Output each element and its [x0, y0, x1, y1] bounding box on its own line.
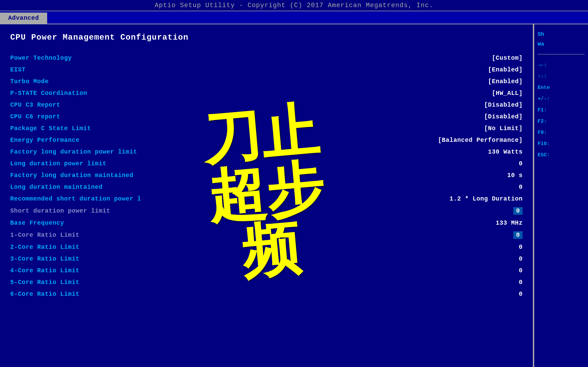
- row-3core-ratio[interactable]: 3-Core Ratio Limit 0: [10, 253, 523, 265]
- tab-advanced[interactable]: Advanced: [0, 13, 47, 24]
- label-factory-long-duration: Factory long duration power limit: [10, 149, 137, 155]
- value-power-technology: [Custom]: [492, 55, 523, 62]
- row-factory-maintained[interactable]: Factory long duration maintained 10 s: [10, 170, 523, 181]
- label-recommended-short: Recommended short duration power l: [10, 195, 141, 202]
- value-long-maintained: 0: [519, 184, 523, 191]
- key-f1: F1:: [538, 104, 585, 116]
- value-4core-ratio: 0: [519, 267, 523, 274]
- row-1core-ratio[interactable]: 1-Core Ratio Limit 0: [10, 229, 523, 241]
- label-2core-ratio: 2-Core Ratio Limit: [10, 244, 79, 251]
- row-long-maintained[interactable]: Long duration maintained 0: [10, 181, 523, 193]
- title-bar: Aptio Setup Utility - Copyright (C) 2017…: [0, 0, 588, 11]
- key-f10: F10:: [538, 138, 585, 149]
- value-turbo-mode: [Enabled]: [488, 78, 523, 85]
- label-long-maintained: Long duration maintained: [10, 184, 103, 191]
- row-long-duration-power[interactable]: Long duration power limit 0: [10, 158, 523, 170]
- value-factory-maintained: 10 s: [507, 172, 523, 179]
- row-short-duration[interactable]: Short duration power limit 0: [10, 205, 523, 217]
- key-f9: F9:: [538, 127, 585, 138]
- row-base-frequency[interactable]: Base Frequency 133 MHz: [10, 217, 523, 229]
- label-energy-perf: Energy Performance: [10, 137, 79, 144]
- key-ud: ↑↓:: [538, 71, 585, 82]
- label-pstate: P-STATE Coordination: [10, 90, 87, 97]
- row-4core-ratio[interactable]: 4-Core Ratio Limit 0: [10, 265, 523, 276]
- label-package-c-state: Package C State Limit: [10, 125, 91, 132]
- row-recommended-short[interactable]: Recommended short duration power l 1.2 *…: [10, 193, 523, 205]
- help-divider: [538, 54, 585, 54]
- label-base-frequency: Base Frequency: [10, 220, 64, 226]
- value-long-duration-power: 0: [519, 160, 523, 167]
- key-enter: Ente: [538, 82, 585, 93]
- label-4core-ratio: 4-Core Ratio Limit: [10, 267, 79, 274]
- label-turbo-mode: Turbo Mode: [10, 78, 49, 85]
- value-cpu-c3: [Disabled]: [484, 101, 523, 108]
- key-f2: F2:: [538, 116, 585, 127]
- right-panel: Sh Wa →←: ↑↓: Ente +/-: F1: F2: F9: F10:…: [534, 24, 588, 367]
- key-help: →←: ↑↓: Ente +/-: F1: F2: F9: F10: ESC:: [538, 59, 585, 160]
- title-text: Aptio Setup Utility - Copyright (C) 2017…: [155, 2, 433, 9]
- left-panel: CPU Power Management Configuration Power…: [0, 24, 534, 367]
- value-1core-ratio: 0: [513, 231, 523, 239]
- key-plusminus: +/-:: [538, 93, 585, 104]
- label-short-duration: Short duration power limit: [10, 208, 110, 215]
- label-long-duration-power: Long duration power limit: [10, 160, 106, 167]
- section-title: CPU Power Management Configuration: [10, 33, 523, 42]
- value-energy-perf: [Balanced Performance]: [438, 137, 523, 144]
- value-eist: [Enabled]: [488, 66, 523, 73]
- row-6core-ratio[interactable]: 6-Core Ratio Limit 0: [10, 288, 523, 300]
- label-1core-ratio: 1-Core Ratio Limit: [10, 232, 79, 239]
- label-power-technology: Power Technology: [10, 55, 72, 62]
- row-package-c-state[interactable]: Package C State Limit [No Limit]: [10, 123, 523, 134]
- key-esc: ESC:: [538, 149, 585, 160]
- value-factory-long-duration: 130 Watts: [488, 149, 523, 155]
- row-5core-ratio[interactable]: 5-Core Ratio Limit 0: [10, 276, 523, 288]
- label-cpu-c3: CPU C3 Report: [10, 101, 60, 108]
- value-3core-ratio: 0: [519, 255, 523, 262]
- label-3core-ratio: 3-Core Ratio Limit: [10, 255, 79, 262]
- row-cpu-c3[interactable]: CPU C3 Report [Disabled]: [10, 99, 523, 111]
- row-2core-ratio[interactable]: 2-Core Ratio Limit 0: [10, 241, 523, 253]
- row-pstate[interactable]: P-STATE Coordination [HW_ALL]: [10, 87, 523, 99]
- value-pstate: [HW_ALL]: [492, 90, 523, 97]
- value-package-c-state: [No Limit]: [484, 125, 523, 132]
- label-5core-ratio: 5-Core Ratio Limit: [10, 279, 79, 286]
- tab-bar: Advanced: [0, 11, 588, 24]
- value-recommended-short: 1.2 * Long Duration: [450, 195, 523, 202]
- value-6core-ratio: 0: [519, 291, 523, 298]
- label-cpu-c6: CPU C6 report: [10, 113, 60, 120]
- row-turbo-mode[interactable]: Turbo Mode [Enabled]: [10, 76, 523, 87]
- value-2core-ratio: 0: [519, 244, 523, 251]
- value-cpu-c6: [Disabled]: [484, 113, 523, 120]
- row-factory-long-duration[interactable]: Factory long duration power limit 130 Wa…: [10, 146, 523, 158]
- row-power-technology[interactable]: Power Technology [Custom]: [10, 52, 523, 64]
- value-short-duration: 0: [513, 207, 523, 215]
- value-5core-ratio: 0: [519, 279, 523, 286]
- help-title: Sh Wa: [538, 29, 585, 49]
- settings-table: Power Technology [Custom] EIST [Enabled]…: [10, 52, 523, 300]
- label-eist: EIST: [10, 66, 26, 73]
- row-energy-perf[interactable]: Energy Performance [Balanced Performance…: [10, 134, 523, 146]
- label-6core-ratio: 6-Core Ratio Limit: [10, 291, 79, 298]
- value-base-frequency: 133 MHz: [496, 220, 523, 226]
- row-cpu-c6[interactable]: CPU C6 report [Disabled]: [10, 111, 523, 123]
- label-factory-maintained: Factory long duration maintained: [10, 172, 133, 179]
- main-content: CPU Power Management Configuration Power…: [0, 24, 588, 367]
- row-eist[interactable]: EIST [Enabled]: [10, 64, 523, 76]
- key-lr: →←:: [538, 59, 585, 71]
